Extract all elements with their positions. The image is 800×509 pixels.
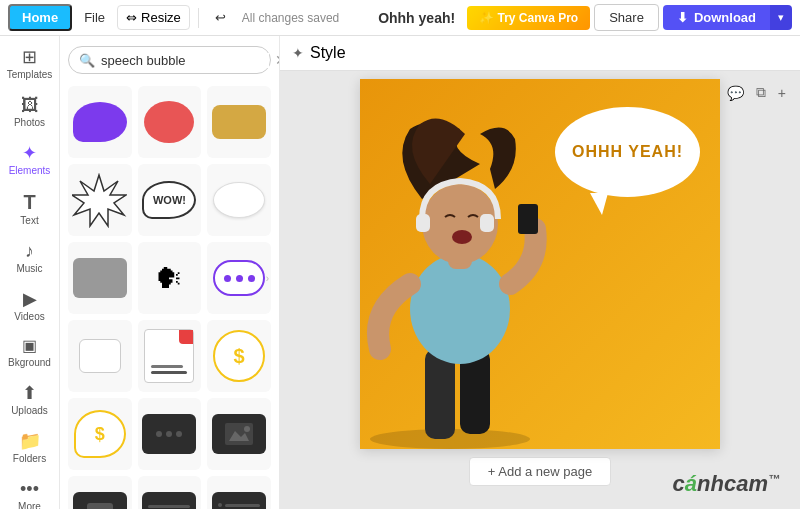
saved-status: All changes saved [242, 11, 339, 25]
canvas-add-button[interactable]: + [776, 83, 788, 103]
spiky-bubble-icon [72, 173, 127, 228]
search-bar: 🔍 ✕ [68, 46, 271, 74]
text-icon: T [23, 192, 35, 212]
uploads-icon: ⬆ [22, 384, 37, 402]
resize-icon: ⇔ [126, 10, 137, 25]
list-item[interactable] [207, 164, 271, 236]
canvas-image: OHHH YEAH! [360, 79, 720, 449]
navbar: Home File ⇔ Resize ↩ All changes saved O… [0, 0, 800, 36]
sidebar-item-templates[interactable]: ⊞ Templates [0, 40, 59, 88]
purple-speech-bubble [73, 102, 127, 142]
icon-sidebar: ⊞ Templates 🖼 Photos ✦ Elements T Text ♪… [0, 36, 60, 509]
folders-icon: 📁 [19, 432, 41, 450]
photos-icon: 🖼 [21, 96, 39, 114]
list-item[interactable] [207, 398, 271, 470]
svg-rect-4 [87, 503, 113, 509]
watermark: cánhcam™ [673, 471, 780, 497]
canvas-frame[interactable]: OHHH YEAH! [360, 79, 720, 449]
svg-rect-13 [416, 214, 430, 232]
download-button[interactable]: ⬇ Download [663, 5, 770, 30]
dark-lines-bubble [142, 492, 196, 509]
mountain-icon [225, 423, 253, 445]
list-item[interactable]: 🗣 [138, 242, 202, 314]
document-title: Ohhh yeah! [378, 10, 455, 26]
style-panel: ✦ Style [280, 36, 800, 71]
expand-icon: › [266, 273, 269, 284]
svg-rect-1 [225, 423, 253, 445]
main-layout: ⊞ Templates 🖼 Photos ✦ Elements T Text ♪… [0, 36, 800, 509]
templates-icon: ⊞ [22, 48, 37, 66]
elements-icon: ✦ [22, 144, 37, 162]
list-item[interactable] [207, 86, 271, 158]
dots-bubble [213, 260, 265, 296]
style-label: Style [310, 44, 346, 62]
nav-divider [198, 8, 199, 28]
list-item[interactable] [68, 164, 132, 236]
list-item[interactable] [68, 242, 132, 314]
add-page-button[interactable]: + Add a new page [469, 457, 611, 486]
share-button[interactable]: Share [594, 4, 659, 31]
file-button[interactable]: File [76, 6, 113, 29]
search-input[interactable] [101, 53, 269, 68]
sidebar-item-music[interactable]: ♪ Music [0, 234, 59, 282]
sidebar-item-folders[interactable]: 📁 Folders [0, 424, 59, 472]
download-icon: ⬇ [677, 10, 688, 25]
svg-point-15 [452, 230, 472, 244]
list-item[interactable]: › [207, 242, 271, 314]
dark-image-bubble [212, 414, 266, 454]
list-item[interactable] [138, 398, 202, 470]
sidebar-item-uploads[interactable]: ⬆ Uploads [0, 376, 59, 424]
sidebar-item-text[interactable]: T Text [0, 184, 59, 234]
svg-point-9 [410, 254, 510, 364]
style-icon: ✦ [292, 45, 304, 61]
dollar-circle-bubble: $ [213, 330, 265, 382]
elements-grid: WOW! 🗣 › [60, 82, 279, 509]
list-item[interactable]: WOW! [138, 164, 202, 236]
resize-button[interactable]: ⇔ Resize [117, 5, 190, 30]
sidebar-item-photos[interactable]: 🖼 Photos [0, 88, 59, 136]
list-item[interactable] [68, 476, 132, 509]
elements-panel: 🔍 ✕ WOW! [60, 36, 280, 509]
canvas-area: ✦ Style 💬 ⧉ + [280, 36, 800, 509]
dollar-speech-bubble: $ [74, 410, 126, 458]
wow-speech-bubble: WOW! [142, 181, 196, 219]
yellow-rect-bubble [212, 105, 266, 139]
canvas-speech-bubble[interactable]: OHHH YEAH! [555, 107, 700, 197]
sidebar-item-background[interactable]: ▣ Bkground [0, 330, 59, 376]
list-item[interactable] [207, 476, 271, 509]
svg-rect-10 [518, 204, 538, 234]
download-group: ⬇ Download ▾ [663, 5, 792, 30]
dark-dots-bubble [142, 414, 196, 454]
sidebar-item-elements[interactable]: ✦ Elements [0, 136, 59, 184]
videos-icon: ▶ [23, 290, 37, 308]
list-item[interactable]: $ [68, 398, 132, 470]
dark-list-bubble [212, 492, 266, 509]
undo-button[interactable]: ↩ [207, 6, 234, 29]
background-icon: ▣ [22, 338, 37, 354]
canvas-controls: 💬 ⧉ + [725, 82, 788, 103]
music-icon: ♪ [25, 242, 34, 260]
download-dropdown-button[interactable]: ▾ [770, 5, 792, 30]
list-item[interactable] [138, 86, 202, 158]
canvas-copy-button[interactable]: ⧉ [754, 82, 768, 103]
chat-icon [86, 502, 114, 509]
white-small-bubble [79, 339, 121, 373]
svg-point-3 [244, 426, 250, 432]
watermark-italic: c [673, 471, 685, 496]
list-item[interactable] [138, 476, 202, 509]
sidebar-item-videos[interactable]: ▶ Videos [0, 282, 59, 330]
red-speech-bubble [144, 101, 194, 143]
more-icon: ••• [20, 480, 39, 498]
list-item[interactable] [68, 86, 132, 158]
list-item[interactable] [68, 320, 132, 392]
dark-bubble-1 [73, 492, 127, 509]
home-button[interactable]: Home [8, 4, 72, 31]
list-item[interactable] [138, 320, 202, 392]
gray-rect-bubble [73, 258, 127, 298]
canvas-comment-button[interactable]: 💬 [725, 83, 746, 103]
document-bubble [144, 329, 194, 383]
try-canva-pro-button[interactable]: ✨ Try Canva Pro [467, 6, 590, 30]
sidebar-item-more[interactable]: ••• More [0, 472, 59, 509]
list-item[interactable]: $ [207, 320, 271, 392]
search-icon: 🔍 [79, 53, 95, 68]
